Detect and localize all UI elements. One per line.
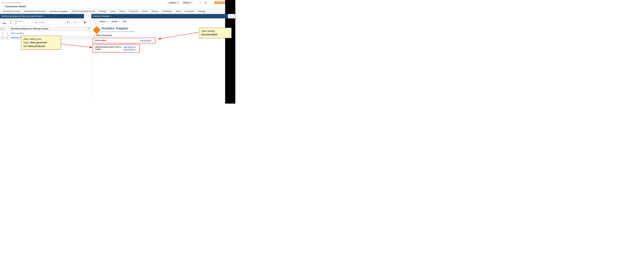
- initial-status-value[interactable]: Uncommitted: [140, 39, 151, 42]
- layouts-dropdown[interactable]: Layouts▼: [167, 1, 180, 5]
- filter-button[interactable]: ▾: [65, 20, 72, 24]
- callout-uncommitted: After adding Uncommitted: [199, 28, 232, 38]
- search-icon: 🔍: [35, 21, 37, 24]
- left-panel: Workflow template (for Working Copies) S…: [0, 14, 91, 102]
- chevron-down-icon[interactable]: ⌄: [136, 49, 138, 51]
- prop-required-role: required governance role on create: data…: [93, 45, 140, 52]
- tab-workflow-templates[interactable]: Workflow Templates: [48, 9, 70, 14]
- tab-settings[interactable]: Settings: [97, 9, 108, 14]
- close-tab-icon[interactable]: ×: [44, 15, 46, 18]
- left-panel-tabbar: Workflow template (for Working Copies) S…: [0, 14, 91, 18]
- expand-panel-icon[interactable]: [228, 14, 232, 18]
- row-link[interactable]: Basic workflow: [11, 32, 24, 35]
- left-panel-tab-label: Workflow template (for Working Copies) S…: [2, 15, 43, 17]
- left-panel-tab[interactable]: Workflow template (for Working Copies) S…: [0, 14, 47, 18]
- list-header-label: Workflow template (for Working Copies): [10, 27, 86, 31]
- tab-transform[interactable]: Transform: [127, 9, 140, 14]
- expand-row-icon[interactable]: ▸: [5, 32, 10, 35]
- governance-icon: [2, 1, 4, 4]
- type-selector-chevron: ⌄: [28, 21, 32, 24]
- tab-export[interactable]: Export: [140, 9, 150, 14]
- chevron-down-icon[interactable]: ⌄: [152, 40, 153, 41]
- sort-header[interactable]: ⇅: [0, 27, 5, 31]
- edit-title-icon[interactable]: ✎: [2, 5, 3, 8]
- new-button[interactable]: + New: [1, 19, 8, 25]
- expand-panel-icon[interactable]: [84, 14, 88, 18]
- detail-title: Workflow Template: [102, 27, 135, 30]
- close-panel-icon[interactable]: ×: [88, 14, 91, 18]
- home-icon[interactable]: [204, 1, 208, 5]
- save-button[interactable]: [82, 20, 87, 24]
- search-input-wrap: 🔍: [33, 20, 64, 24]
- right-panel-tab-label: Workflow Template: [93, 15, 110, 17]
- row-checkbox[interactable]: [2, 37, 4, 39]
- chevron-down-icon[interactable]: ⌄: [136, 46, 138, 48]
- right-panel: Workflow Template × × ⋮ Explore ▾ Modify…: [91, 14, 235, 102]
- left-toolbar: + New 📂▾ Workflow te... ⌄ 🔍 ▾ ▾ ⋮: [0, 18, 91, 27]
- nav-tabs: Governance Areas Organizational Structur…: [0, 9, 235, 14]
- tab-manage[interactable]: Manage: [196, 9, 208, 14]
- panels-dropdown[interactable]: Panels▼: [182, 1, 194, 5]
- explore-button[interactable]: Explore ▾: [98, 20, 109, 24]
- required-role-value[interactable]: data governor: [124, 46, 136, 48]
- asset-type-icon: [93, 26, 101, 34]
- right-panel-tab[interactable]: Workflow Template ×: [91, 14, 113, 18]
- tab-workflows[interactable]: Workflows: [160, 9, 174, 14]
- undo-icon[interactable]: [198, 1, 202, 5]
- tab-reports[interactable]: Reports: [150, 9, 160, 14]
- tab-users[interactable]: Users: [108, 9, 118, 14]
- modify-button[interactable]: Modify ▾: [110, 20, 120, 24]
- prop-initial-status: initial status: Uncommitted⌄: [93, 38, 155, 43]
- tab-other-assets[interactable]: Other Governance Assets: [70, 9, 97, 14]
- search-input[interactable]: [38, 21, 63, 24]
- page-title: Governance Model: [5, 5, 26, 8]
- list-header: ⇅ Workflow template (for Working Copies)…: [0, 27, 91, 31]
- type-selector[interactable]: 📂▾ Workflow te... ⌄: [9, 19, 32, 25]
- folder-icon: 📂▾: [9, 20, 14, 25]
- close-tab-icon[interactable]: ×: [111, 15, 112, 18]
- type-selector-label: Workflow te...: [14, 20, 28, 25]
- required-role-highlight: required governance role on create: data…: [93, 44, 140, 53]
- required-role-label: required governance role on create:: [95, 46, 123, 50]
- initial-status-label: initial status:: [95, 39, 123, 42]
- header-bar: Governance Model Layouts▼ Panels▼ ⋮ Unde…: [0, 0, 235, 5]
- breadcrumb-title[interactable]: Governance Model: [5, 2, 20, 4]
- right-toolbar: ⋮ Explore ▾ Modify ▾ Edit ▾: [91, 18, 235, 25]
- close-panel-icon[interactable]: ×: [232, 14, 235, 18]
- list-row[interactable]: ▸ Basic workflow: [0, 31, 91, 36]
- required-role-value[interactable]: data producer: [124, 48, 136, 51]
- right-more-icon[interactable]: ⋮: [92, 19, 97, 24]
- detail-uri: URI urn:x-tb-governance:WorkflowTemplate: [102, 31, 135, 32]
- breadcrumb: Governance Model: [2, 1, 20, 4]
- right-panel-tabbar: Workflow Template × ×: [91, 14, 235, 18]
- tab-governance-areas[interactable]: Governance Areas: [1, 9, 22, 14]
- tab-tasks[interactable]: Tasks: [174, 9, 182, 14]
- title-row: ✎ Governance Model: [0, 5, 235, 9]
- more-menu-icon[interactable]: ⋮: [209, 1, 213, 5]
- header-right: Layouts▼ Panels▼ ⋮ Under development: [167, 1, 234, 5]
- row-checkbox[interactable]: [2, 32, 4, 34]
- initial-status-highlight: initial status: Uncommitted⌄: [93, 38, 156, 43]
- callout-roles: After adding two roles; data governor an…: [21, 36, 61, 50]
- tab-org-structure[interactable]: Organizational Structure: [22, 9, 48, 14]
- expand-row-icon[interactable]: ▸: [5, 36, 10, 40]
- add-row-button[interactable]: ＋: [86, 27, 91, 31]
- export-button[interactable]: ▾: [72, 20, 81, 24]
- tab-import[interactable]: Import: [118, 9, 127, 14]
- edit-button[interactable]: Edit: [121, 20, 128, 24]
- select-all-checkbox[interactable]: [3, 28, 5, 30]
- tab-comments[interactable]: Comments: [182, 9, 196, 14]
